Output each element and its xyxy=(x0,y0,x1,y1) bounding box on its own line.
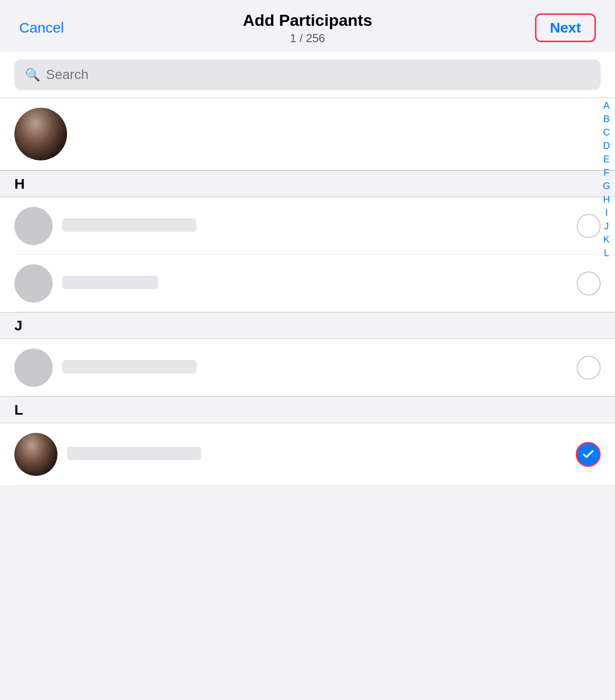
alpha-letter-f[interactable]: F xyxy=(603,167,610,178)
selection-radio[interactable] xyxy=(577,271,601,295)
row-divider xyxy=(14,485,615,485)
section-letter-h: H xyxy=(14,176,25,192)
contact-row[interactable] xyxy=(0,197,615,255)
search-input[interactable] xyxy=(46,67,590,82)
contact-row[interactable] xyxy=(0,255,615,312)
contact-info xyxy=(57,447,576,462)
header-center: Add Participants 1 / 256 xyxy=(243,11,372,45)
section-header-l: L xyxy=(0,396,615,423)
section-header-j: J xyxy=(0,312,615,339)
contact-info xyxy=(53,218,577,234)
section-header-h: H xyxy=(0,170,615,197)
contact-name xyxy=(67,447,201,460)
row-divider xyxy=(14,312,615,312)
selection-radio[interactable] xyxy=(577,356,601,380)
avatar-image xyxy=(14,433,57,476)
alpha-letter-l[interactable]: L xyxy=(603,247,610,259)
section-letter-l: L xyxy=(14,402,23,418)
contact-avatar xyxy=(14,433,57,476)
row-divider xyxy=(14,396,615,396)
alpha-letter-k[interactable]: K xyxy=(603,234,610,245)
contact-row[interactable] xyxy=(0,339,615,396)
alpha-letter-h[interactable]: H xyxy=(603,193,610,205)
page-title: Add Participants xyxy=(243,11,372,30)
contact-row[interactable] xyxy=(0,423,615,485)
selected-contacts-row xyxy=(0,98,615,170)
alpha-letter-j[interactable]: J xyxy=(603,220,610,232)
avatar xyxy=(14,108,67,160)
selection-radio[interactable] xyxy=(577,214,601,238)
contact-info xyxy=(53,360,577,375)
search-container: 🔍 xyxy=(0,52,615,98)
alpha-letter-i[interactable]: I xyxy=(603,207,610,218)
next-button[interactable]: Next xyxy=(535,13,596,42)
cancel-button[interactable]: Cancel xyxy=(19,20,64,36)
avatar-image xyxy=(14,108,67,160)
contact-name xyxy=(62,276,158,289)
section-letter-j: J xyxy=(14,317,23,333)
checkmark-icon xyxy=(581,448,595,461)
contact-avatar xyxy=(14,264,53,303)
alpha-letter-c[interactable]: C xyxy=(603,126,610,138)
alpha-letter-d[interactable]: D xyxy=(603,140,610,151)
contact-info xyxy=(53,276,577,291)
alpha-letter-e[interactable]: E xyxy=(603,153,610,165)
alpha-letter-b[interactable]: B xyxy=(603,113,610,124)
contact-avatar xyxy=(14,207,53,245)
search-icon: 🔍 xyxy=(25,68,40,82)
contact-avatar xyxy=(14,349,53,387)
alphabetical-index: A B C D E F G H I J K L xyxy=(598,96,615,262)
contact-name xyxy=(62,360,196,373)
search-bar: 🔍 xyxy=(14,59,601,90)
participant-count: 1 / 256 xyxy=(243,32,372,45)
alpha-letter-a[interactable]: A xyxy=(603,100,610,111)
header: Cancel Add Participants 1 / 256 Next xyxy=(0,0,615,52)
alpha-letter-g[interactable]: G xyxy=(603,180,610,192)
contact-name xyxy=(62,218,196,232)
selection-checkmark[interactable] xyxy=(576,442,601,467)
